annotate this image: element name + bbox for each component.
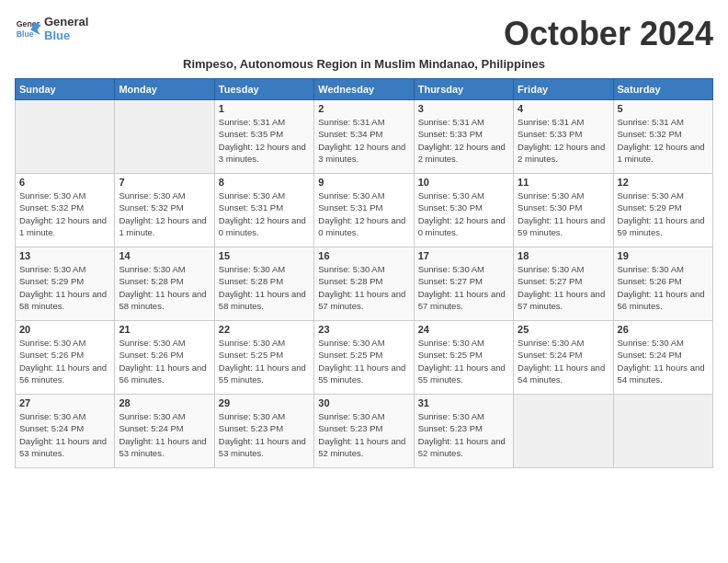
weekday-header: Saturday	[613, 79, 712, 100]
calendar-cell: 27Sunrise: 5:30 AM Sunset: 5:24 PM Dayli…	[16, 395, 115, 468]
day-info: Sunrise: 5:31 AM Sunset: 5:34 PM Dayligh…	[318, 116, 409, 165]
calendar-cell: 11Sunrise: 5:30 AM Sunset: 5:30 PM Dayli…	[514, 174, 613, 247]
weekday-header: Tuesday	[214, 79, 313, 100]
calendar-cell: 29Sunrise: 5:30 AM Sunset: 5:23 PM Dayli…	[214, 395, 313, 468]
day-info: Sunrise: 5:30 AM Sunset: 5:31 PM Dayligh…	[219, 190, 310, 238]
logo-text-general: General	[44, 15, 88, 29]
day-number: 11	[518, 177, 609, 188]
day-info: Sunrise: 5:31 AM Sunset: 5:33 PM Dayligh…	[418, 116, 509, 165]
day-info: Sunrise: 5:30 AM Sunset: 5:23 PM Dayligh…	[418, 410, 509, 459]
day-number: 21	[119, 324, 210, 335]
weekday-header: Monday	[115, 79, 214, 100]
day-info: Sunrise: 5:30 AM Sunset: 5:32 PM Dayligh…	[119, 190, 210, 238]
day-info: Sunrise: 5:31 AM Sunset: 5:32 PM Dayligh…	[618, 116, 709, 165]
weekday-header: Thursday	[414, 79, 513, 100]
day-info: Sunrise: 5:30 AM Sunset: 5:29 PM Dayligh…	[19, 263, 110, 312]
calendar-cell: 19Sunrise: 5:30 AM Sunset: 5:26 PM Dayli…	[613, 247, 712, 321]
calendar-cell: 5Sunrise: 5:31 AM Sunset: 5:32 PM Daylig…	[613, 100, 712, 174]
calendar-cell: 3Sunrise: 5:31 AM Sunset: 5:33 PM Daylig…	[414, 100, 513, 174]
calendar-cell: 14Sunrise: 5:30 AM Sunset: 5:28 PM Dayli…	[115, 247, 214, 321]
calendar-cell: 31Sunrise: 5:30 AM Sunset: 5:23 PM Dayli…	[414, 395, 513, 468]
subtitle: Rimpeso, Autonomous Region in Muslim Min…	[15, 57, 713, 71]
calendar-cell: 26Sunrise: 5:30 AM Sunset: 5:24 PM Dayli…	[613, 321, 712, 395]
calendar-cell: 12Sunrise: 5:30 AM Sunset: 5:29 PM Dayli…	[613, 174, 712, 247]
calendar-cell: 23Sunrise: 5:30 AM Sunset: 5:25 PM Dayli…	[314, 321, 414, 395]
day-info: Sunrise: 5:30 AM Sunset: 5:32 PM Dayligh…	[19, 190, 110, 238]
day-info: Sunrise: 5:30 AM Sunset: 5:29 PM Dayligh…	[618, 190, 709, 238]
day-info: Sunrise: 5:30 AM Sunset: 5:25 PM Dayligh…	[418, 337, 509, 385]
weekday-header: Sunday	[16, 79, 115, 100]
day-info: Sunrise: 5:30 AM Sunset: 5:26 PM Dayligh…	[618, 263, 709, 312]
day-info: Sunrise: 5:30 AM Sunset: 5:23 PM Dayligh…	[219, 410, 310, 459]
day-number: 2	[318, 103, 409, 114]
day-info: Sunrise: 5:30 AM Sunset: 5:30 PM Dayligh…	[518, 190, 609, 238]
calendar-cell: 24Sunrise: 5:30 AM Sunset: 5:25 PM Dayli…	[414, 321, 513, 395]
day-number: 16	[318, 250, 409, 261]
calendar-cell: 18Sunrise: 5:30 AM Sunset: 5:27 PM Dayli…	[514, 247, 613, 321]
calendar-cell: 7Sunrise: 5:30 AM Sunset: 5:32 PM Daylig…	[115, 174, 214, 247]
day-info: Sunrise: 5:30 AM Sunset: 5:24 PM Dayligh…	[618, 337, 709, 385]
calendar-cell: 16Sunrise: 5:30 AM Sunset: 5:28 PM Dayli…	[314, 247, 414, 321]
calendar-cell: 4Sunrise: 5:31 AM Sunset: 5:33 PM Daylig…	[514, 100, 613, 174]
day-info: Sunrise: 5:30 AM Sunset: 5:27 PM Dayligh…	[518, 263, 609, 312]
svg-text:Blue: Blue	[17, 29, 34, 39]
day-info: Sunrise: 5:31 AM Sunset: 5:33 PM Dayligh…	[518, 116, 609, 165]
calendar-cell: 25Sunrise: 5:30 AM Sunset: 5:24 PM Dayli…	[514, 321, 613, 395]
day-number: 28	[119, 397, 210, 408]
calendar-cell: 17Sunrise: 5:30 AM Sunset: 5:27 PM Dayli…	[414, 247, 513, 321]
day-info: Sunrise: 5:30 AM Sunset: 5:31 PM Dayligh…	[318, 190, 409, 238]
day-number: 12	[618, 177, 709, 188]
day-number: 22	[219, 324, 310, 335]
calendar-table: SundayMondayTuesdayWednesdayThursdayFrid…	[15, 78, 713, 468]
day-number: 8	[219, 177, 310, 188]
header: General Blue General Blue October 2024	[15, 15, 713, 53]
day-number: 3	[418, 103, 509, 114]
day-info: Sunrise: 5:31 AM Sunset: 5:35 PM Dayligh…	[219, 116, 310, 165]
day-info: Sunrise: 5:30 AM Sunset: 5:28 PM Dayligh…	[318, 263, 409, 312]
day-number: 30	[318, 397, 409, 408]
logo-icon: General Blue	[15, 16, 40, 41]
calendar-cell	[16, 100, 115, 174]
day-number: 15	[219, 250, 310, 261]
day-number: 29	[219, 397, 310, 408]
month-title: October 2024	[504, 15, 713, 53]
calendar-cell: 15Sunrise: 5:30 AM Sunset: 5:28 PM Dayli…	[214, 247, 313, 321]
day-number: 6	[19, 177, 110, 188]
day-info: Sunrise: 5:30 AM Sunset: 5:23 PM Dayligh…	[318, 410, 409, 459]
calendar-cell: 20Sunrise: 5:30 AM Sunset: 5:26 PM Dayli…	[16, 321, 115, 395]
day-number: 19	[618, 250, 709, 261]
calendar-cell	[514, 395, 613, 468]
logo-text-blue: Blue	[44, 29, 88, 42]
day-info: Sunrise: 5:30 AM Sunset: 5:26 PM Dayligh…	[19, 337, 110, 385]
day-number: 14	[119, 250, 210, 261]
weekday-header: Wednesday	[314, 79, 414, 100]
day-info: Sunrise: 5:30 AM Sunset: 5:27 PM Dayligh…	[418, 263, 509, 312]
day-info: Sunrise: 5:30 AM Sunset: 5:24 PM Dayligh…	[518, 337, 609, 385]
day-info: Sunrise: 5:30 AM Sunset: 5:25 PM Dayligh…	[318, 337, 409, 385]
calendar-cell: 28Sunrise: 5:30 AM Sunset: 5:24 PM Dayli…	[115, 395, 214, 468]
day-info: Sunrise: 5:30 AM Sunset: 5:28 PM Dayligh…	[119, 263, 210, 312]
day-number: 1	[219, 103, 310, 114]
day-number: 24	[418, 324, 509, 335]
day-number: 13	[19, 250, 110, 261]
day-number: 31	[418, 397, 509, 408]
calendar-cell	[613, 395, 712, 468]
calendar-cell: 1Sunrise: 5:31 AM Sunset: 5:35 PM Daylig…	[214, 100, 313, 174]
day-number: 27	[19, 397, 110, 408]
calendar-cell: 6Sunrise: 5:30 AM Sunset: 5:32 PM Daylig…	[16, 174, 115, 247]
day-number: 18	[518, 250, 609, 261]
day-number: 26	[618, 324, 709, 335]
day-number: 17	[418, 250, 509, 261]
day-info: Sunrise: 5:30 AM Sunset: 5:30 PM Dayligh…	[418, 190, 509, 238]
day-info: Sunrise: 5:30 AM Sunset: 5:28 PM Dayligh…	[219, 263, 310, 312]
calendar-cell: 21Sunrise: 5:30 AM Sunset: 5:26 PM Dayli…	[115, 321, 214, 395]
calendar-cell: 22Sunrise: 5:30 AM Sunset: 5:25 PM Dayli…	[214, 321, 313, 395]
day-number: 4	[518, 103, 609, 114]
calendar-cell: 10Sunrise: 5:30 AM Sunset: 5:30 PM Dayli…	[414, 174, 513, 247]
calendar-cell: 13Sunrise: 5:30 AM Sunset: 5:29 PM Dayli…	[16, 247, 115, 321]
calendar-cell: 2Sunrise: 5:31 AM Sunset: 5:34 PM Daylig…	[314, 100, 414, 174]
day-info: Sunrise: 5:30 AM Sunset: 5:26 PM Dayligh…	[119, 337, 210, 385]
day-number: 25	[518, 324, 609, 335]
calendar-cell: 8Sunrise: 5:30 AM Sunset: 5:31 PM Daylig…	[214, 174, 313, 247]
day-info: Sunrise: 5:30 AM Sunset: 5:25 PM Dayligh…	[219, 337, 310, 385]
